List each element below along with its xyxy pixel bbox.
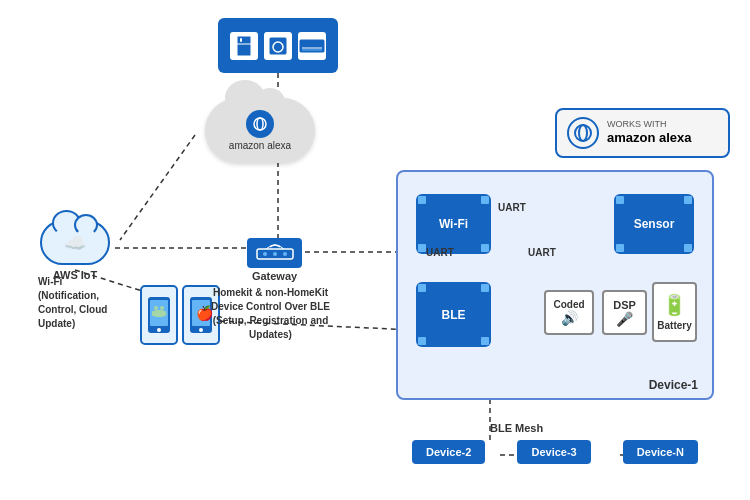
device1-label: Device-1 [649,378,698,392]
svg-rect-19 [240,38,242,42]
svg-point-37 [160,306,164,310]
sensor-chip: Sensor [614,194,694,254]
appliances-block [218,18,338,73]
alexa-badge: WORKS WITH amazon alexa [555,108,730,158]
ble-mesh-label: BLE Mesh [490,422,543,434]
svg-rect-40 [163,311,166,316]
svg-rect-39 [152,311,155,316]
svg-point-28 [579,125,587,141]
gateway-block: Gateway [247,238,302,282]
uart-label-3: UART [528,247,556,258]
svg-point-30 [263,252,267,256]
svg-line-2 [120,135,195,240]
fridge-icon [230,32,258,60]
svg-point-26 [257,118,263,130]
alexa-cloud: amazon alexa [195,90,325,170]
ble-chip: BLE [416,282,491,347]
alexa-circle-icon [246,110,274,138]
svg-point-35 [157,328,161,332]
aws-iot-block: ☁️ AWS IoT [35,220,115,281]
aws-icon: ☁️ [64,232,86,254]
wifi-notification-label: Wi-Fi(Notification,Control, CloudUpdate) [38,275,128,331]
alexa-badge-icon [567,117,599,149]
bottom-devices: Device-2 Device-3 Device-N [396,440,714,464]
alexa-badge-text: WORKS WITH amazon alexa [607,119,692,148]
device3-box: Device-3 [517,440,590,464]
svg-rect-38 [154,310,164,317]
device2-box: Device-2 [412,440,485,464]
coded-block: Coded 🔊 [544,290,594,335]
aws-cloud-shape: ☁️ [40,220,110,265]
ac-icon [298,32,326,60]
gateway-label: Gateway [252,270,297,282]
wifi-chip: Wi-Fi [416,194,491,254]
alexa-cloud-shape: amazon alexa [205,98,315,163]
battery-block: 🔋 Battery [652,282,697,342]
svg-point-36 [154,306,158,310]
uart-label-1: UART [498,202,526,213]
battery-icon: 🔋 [662,293,687,317]
washer-icon [264,32,292,60]
svg-point-32 [283,252,287,256]
svg-rect-17 [237,36,251,56]
deviceN-box: Device-N [623,440,698,464]
svg-point-31 [273,252,277,256]
gateway-icon [247,238,302,268]
uart-label-2: UART [426,247,454,258]
svg-point-27 [575,125,591,141]
diagram: amazon alexa WORKS WITH amazon alexa ☁️ … [0,0,750,500]
dsp-block: DSP 🎤 [602,290,647,335]
svg-rect-22 [299,39,325,53]
alexa-label: amazon alexa [229,140,291,151]
homekit-label: Homekit & non-HomeKitDevice Control Over… [193,286,348,342]
svg-point-25 [254,118,266,130]
android-phone [140,285,178,345]
device-panel: Wi-Fi Sensor BLE UART UART UART Coded 🔊 [396,170,714,400]
